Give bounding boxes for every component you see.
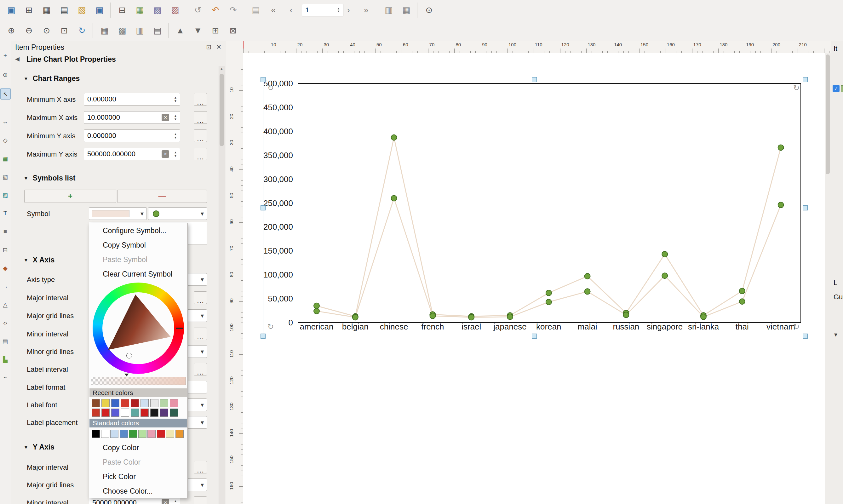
standard-color-swatch[interactable]	[120, 430, 128, 438]
layout-page[interactable]: 050,000100,000150,000200,000250,000300,0…	[243, 53, 831, 504]
standard-color-swatch[interactable]	[129, 430, 137, 438]
data-defined-override-button[interactable]: …	[194, 328, 207, 340]
maximum-y-axis-input[interactable]: 500000.000000✕▲▼	[84, 148, 180, 160]
recent-color-swatch[interactable]	[131, 409, 139, 417]
menu-item-copy-symbol[interactable]: Copy Symbol	[89, 238, 187, 252]
section-header-y-axis[interactable]: ▼Y Axis	[24, 442, 54, 452]
recent-color-swatch[interactable]	[131, 399, 139, 407]
scrollbar-thumb[interactable]	[219, 74, 224, 146]
symbol-color-dropdown[interactable]: ▾	[89, 207, 147, 220]
color-marker[interactable]	[127, 353, 132, 358]
recent-color-swatch[interactable]	[92, 399, 100, 407]
export-svg-icon[interactable]: ▩	[150, 3, 164, 17]
duplicate-layout-icon[interactable]: ▦	[40, 3, 54, 17]
menu-item-clear-current-symbol[interactable]: Clear Current Symbol	[89, 267, 187, 281]
open-folder-icon[interactable]: ▧	[75, 3, 89, 17]
data-defined-override-button[interactable]: …	[194, 148, 207, 160]
selection-handle[interactable]	[803, 334, 808, 339]
back-icon[interactable]: ◀	[15, 55, 20, 62]
collapse-icon[interactable]: ▼	[24, 176, 28, 181]
pan-tool-icon[interactable]: +	[0, 50, 10, 61]
recent-color-swatch[interactable]	[170, 399, 178, 407]
opacity-slider[interactable]	[91, 377, 186, 385]
data-defined-override-button[interactable]: …	[194, 129, 207, 142]
symbol-marker-dropdown[interactable]: ▾	[148, 207, 207, 220]
rotate-handle-icon[interactable]: ↻	[267, 322, 274, 331]
rotate-handle-icon[interactable]: ↻	[267, 84, 274, 92]
data-defined-override-button[interactable]: …	[194, 497, 207, 504]
spinner-icons[interactable]: ▲▼	[171, 148, 180, 160]
layout-manager-icon[interactable]: ▤	[57, 3, 71, 17]
recent-color-swatch[interactable]	[121, 399, 129, 407]
zoom-full-icon[interactable]: ⊡	[57, 24, 71, 37]
menu-item-choose-color-[interactable]: Choose Color...	[89, 484, 187, 498]
data-defined-override-button[interactable]: …	[194, 363, 207, 376]
add-map-icon[interactable]: ▦	[0, 153, 10, 164]
standard-color-swatch[interactable]	[92, 430, 100, 438]
atlas-preview-icon[interactable]: ▤	[249, 3, 263, 17]
recent-color-swatch[interactable]	[121, 409, 129, 417]
add-scale-bar-icon[interactable]: ⊟	[0, 245, 10, 255]
recent-color-swatch[interactable]	[92, 409, 100, 417]
select-move-item-tool-icon[interactable]: ↖	[0, 88, 11, 100]
standard-color-swatch[interactable]	[157, 430, 165, 438]
zoom-region-icon[interactable]: ⊙	[422, 3, 436, 17]
collapse-icon[interactable]: ▼	[24, 76, 28, 81]
selection-handle[interactable]	[803, 77, 808, 82]
print-icon[interactable]: ⊟	[115, 3, 129, 17]
recent-color-swatch[interactable]	[111, 409, 120, 417]
canvas-vertical-scrollbar[interactable]	[825, 53, 831, 504]
data-defined-override-button[interactable]: …	[194, 93, 207, 106]
save-as-template-icon[interactable]: ▣	[93, 3, 106, 17]
selection-handle[interactable]	[261, 205, 266, 211]
previous-feature-icon[interactable]: ‹	[284, 3, 298, 17]
show-guides-icon[interactable]: ▥	[133, 24, 147, 37]
save-project-icon[interactable]: ▣	[4, 3, 18, 17]
opacity-slider-handle[interactable]	[124, 374, 129, 376]
revert-icon[interactable]: ↺	[191, 3, 205, 17]
clear-value-icon[interactable]: ✕	[162, 150, 169, 158]
chevron-down-icon[interactable]: ▾	[834, 331, 837, 338]
selection-handle[interactable]	[261, 334, 266, 339]
maximum-x-axis-input[interactable]: 10.000000✕▲▼	[84, 111, 180, 124]
snap-to-grid-icon[interactable]: ▩	[115, 24, 129, 37]
spinner-icons[interactable]: ▲▼	[171, 130, 180, 142]
data-defined-override-button[interactable]: …	[194, 291, 207, 304]
refresh-view-icon[interactable]: ↻	[75, 24, 89, 37]
raise-items-icon[interactable]: ▲	[173, 24, 187, 37]
scrollbar-thumb[interactable]	[826, 54, 830, 174]
recent-color-swatch[interactable]	[141, 399, 149, 407]
add-attribute-table-icon[interactable]: ▤	[0, 336, 10, 346]
edit-nodes-tool-icon[interactable]: ◇	[0, 135, 10, 146]
collapse-icon[interactable]: ▼	[24, 257, 28, 263]
recent-color-swatch[interactable]	[150, 409, 159, 417]
add-html-icon[interactable]: ‹›	[0, 318, 10, 328]
clear-value-icon[interactable]: ✕	[162, 499, 169, 504]
add-symbol-button[interactable]: +	[24, 190, 116, 203]
float-panel-icon[interactable]: ⊡	[206, 43, 211, 51]
spinner-icons[interactable]: ▲▼	[171, 93, 180, 105]
selection-handle[interactable]	[803, 205, 808, 211]
next-feature-icon[interactable]: ›	[341, 3, 355, 17]
item-visibility-checkbox[interactable]: ✓	[832, 85, 840, 92]
add-elevation-profile-icon[interactable]: ~	[0, 372, 10, 383]
menu-item-configure-symbol-[interactable]: Configure Symbol...	[89, 223, 187, 238]
show-grid-icon[interactable]: ▦	[98, 24, 111, 37]
recent-color-swatch[interactable]	[160, 409, 168, 417]
data-defined-override-button[interactable]: …	[194, 461, 207, 473]
first-feature-icon[interactable]: «	[267, 3, 280, 17]
section-header-chart-ranges[interactable]: ▼Chart Ranges	[24, 74, 80, 83]
recent-color-swatch[interactable]	[102, 409, 110, 417]
standard-color-swatch[interactable]	[110, 430, 119, 438]
standard-color-swatch[interactable]	[166, 430, 174, 438]
selection-handle[interactable]	[532, 77, 537, 82]
selection-handle[interactable]	[261, 77, 266, 82]
recent-color-swatch[interactable]	[141, 409, 149, 417]
add-chart-icon[interactable]: ▙	[0, 354, 10, 365]
menu-item-pick-color[interactable]: Pick Color	[89, 469, 187, 484]
move-item-content-tool-icon[interactable]: ↔	[0, 116, 10, 127]
collapse-icon[interactable]: ▼	[24, 445, 28, 450]
section-header-symbols-list[interactable]: ▼Symbols list	[24, 173, 75, 183]
redo-icon[interactable]: ↷	[226, 3, 240, 17]
standard-color-swatch[interactable]	[101, 430, 109, 438]
